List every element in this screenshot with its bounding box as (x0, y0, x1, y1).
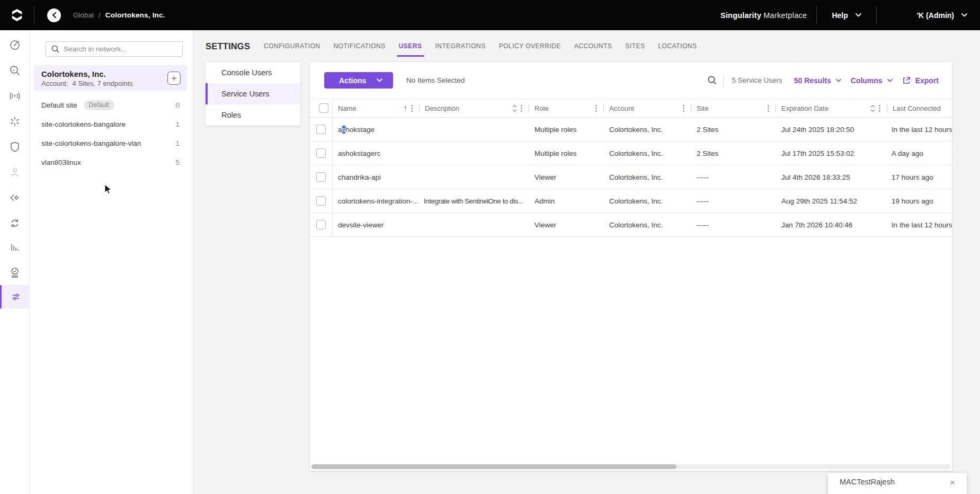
subnav-roles[interactable]: Roles (206, 104, 300, 126)
site-list-item[interactable]: Default site Default 0 (30, 95, 193, 114)
export-button[interactable]: Export (902, 76, 939, 85)
subnav-console-users[interactable]: Console Users (206, 62, 300, 83)
breadcrumb-global[interactable]: Global (73, 11, 94, 19)
toast-close-icon[interactable]: × (950, 478, 955, 488)
nav-dashboard[interactable] (0, 33, 30, 57)
row-checkbox[interactable] (316, 148, 326, 158)
nav-singularity[interactable] (0, 110, 30, 133)
nav-settings[interactable] (0, 285, 30, 308)
nav-sync[interactable] (0, 211, 30, 235)
singularity-marketplace-link[interactable]: SingularityMarketplace (720, 11, 807, 20)
site-count: 5 (175, 158, 180, 166)
cell-account: Colortokens, Inc. (604, 126, 691, 134)
actions-button[interactable]: Actions (324, 72, 393, 89)
column-header-description[interactable]: Description (420, 99, 529, 117)
site-list-item[interactable]: site-colortokens-bangalore 1 (30, 114, 193, 134)
columns-dropdown[interactable]: Columns (851, 76, 893, 85)
account-scope-row[interactable]: Colortokens, Inc. Account:4 Sites, 7 end… (34, 65, 187, 91)
sort-icon[interactable] (512, 105, 517, 112)
tab-integrations[interactable]: INTEGRATIONS (435, 42, 486, 50)
sentinelone-logo[interactable] (0, 7, 34, 23)
row-checkbox[interactable] (316, 125, 326, 134)
cell-site: ----- (691, 221, 776, 229)
cell-role: Multiple roles (529, 149, 604, 157)
breadcrumb: Global / Colortokens, Inc. (73, 11, 165, 19)
search-icon (51, 45, 59, 53)
tab-users[interactable]: USERS (399, 42, 422, 50)
search-placeholder: Search in network... (64, 45, 127, 53)
network-search-input[interactable]: Search in network... (46, 41, 183, 57)
cell-site: 2 Sites (691, 149, 776, 157)
role-link[interactable]: Admin (534, 197, 555, 205)
tab-policy-override[interactable]: POLICY OVERRIDE (499, 42, 561, 50)
tab-locations[interactable]: LOCATIONS (658, 42, 697, 50)
account-menu[interactable]: 'K (Admin) (877, 0, 980, 30)
nav-policy-shield[interactable] (0, 135, 30, 158)
cell-expiration: Jul 4th 2026 18:33:25 (776, 173, 887, 181)
add-site-button[interactable]: + (167, 72, 181, 85)
table-search-icon[interactable] (708, 76, 717, 85)
scrollbar-thumb[interactable] (311, 464, 676, 469)
column-header-account[interactable]: Account (604, 99, 691, 117)
tab-sites[interactable]: SITES (625, 42, 645, 50)
tab-notifications[interactable]: NOTIFICATIONS (333, 42, 385, 50)
tab-configuration[interactable]: CONFIGURATION (264, 42, 320, 50)
help-menu[interactable]: Help (817, 0, 876, 30)
column-header-last-connected[interactable]: Last Connected (887, 99, 952, 117)
nav-deep-visibility[interactable] (0, 59, 30, 82)
row-checkbox[interactable] (316, 196, 326, 206)
breadcrumb-current[interactable]: Colortokens, Inc. (105, 11, 165, 19)
table-row[interactable]: ashokstagerc Multiple roles Colortokens,… (310, 142, 952, 165)
sort-icon[interactable] (870, 105, 875, 112)
row-checkbox-cell (310, 189, 333, 213)
column-menu-icon[interactable] (879, 105, 880, 112)
mouse-cursor (104, 184, 113, 195)
select-all-checkbox[interactable] (319, 103, 328, 113)
column-header-name[interactable]: Name ↑ (333, 99, 420, 117)
column-menu-icon[interactable] (521, 105, 522, 112)
sort-ascending-icon[interactable]: ↑ (403, 104, 407, 112)
cell-role: Multiple roles (529, 126, 604, 134)
help-label: Help (832, 11, 848, 20)
row-checkbox[interactable] (316, 220, 326, 230)
horizontal-scrollbar[interactable] (311, 464, 950, 469)
results-per-page-dropdown[interactable]: 50 Results (794, 76, 841, 85)
site-list-item[interactable]: site-colortokens-bangalore-vlan 1 (30, 134, 193, 153)
table-row[interactable]: ashokstage Multiple roles Colortokens, I… (310, 118, 952, 142)
subnav-service-users[interactable]: Service Users (206, 83, 300, 104)
site-list-item[interactable]: vlan803linux 5 (30, 153, 193, 172)
cell-site: ----- (691, 173, 776, 181)
column-menu-icon[interactable] (411, 105, 413, 112)
toast-message: MACTestRajesh (840, 478, 895, 486)
cell-role: Viewer (529, 221, 604, 229)
topbar-divider (34, 6, 34, 24)
top-bar: Global / Colortokens, Inc. SingularityMa… (0, 0, 980, 30)
column-menu-icon[interactable] (683, 105, 684, 112)
account-name: Colortokens, Inc. (41, 68, 133, 80)
tab-accounts[interactable]: ACCOUNTS (574, 42, 612, 50)
row-checkbox[interactable] (316, 172, 326, 182)
nav-network[interactable] (0, 84, 30, 108)
nav-tasks[interactable] (0, 261, 30, 284)
column-menu-icon[interactable] (768, 105, 769, 112)
column-header-role[interactable]: Role (529, 99, 604, 117)
nav-reports[interactable] (0, 235, 30, 259)
cell-last-connected: 17 hours ago (887, 173, 952, 181)
column-header-expiration-date[interactable]: Expiration Date (776, 99, 887, 117)
nav-users[interactable] (0, 161, 30, 184)
role-link[interactable]: Viewer (534, 221, 556, 229)
role-link[interactable]: Viewer (534, 173, 556, 181)
table-row[interactable]: colortokens-integration-... Integrate wi… (310, 189, 952, 213)
table-row[interactable]: devsite-viewer Viewer Colortokens, Inc. … (310, 213, 952, 237)
column-menu-icon[interactable] (595, 105, 597, 112)
cell-last-connected: In the last 12 hours (887, 126, 952, 134)
cell-name: ashokstagerc (333, 149, 420, 157)
column-header-site[interactable]: Site (691, 99, 776, 117)
nav-code[interactable] (0, 186, 30, 209)
cell-expiration: Jan 7th 2026 10:40:46 (776, 221, 887, 229)
back-button[interactable] (47, 8, 61, 22)
table-row[interactable]: chandrika-api Viewer Colortokens, Inc. -… (310, 165, 952, 189)
column-label: Account (609, 104, 634, 112)
cell-name: colortokens-integration-... (333, 197, 420, 205)
code-tag-icon (9, 192, 21, 204)
